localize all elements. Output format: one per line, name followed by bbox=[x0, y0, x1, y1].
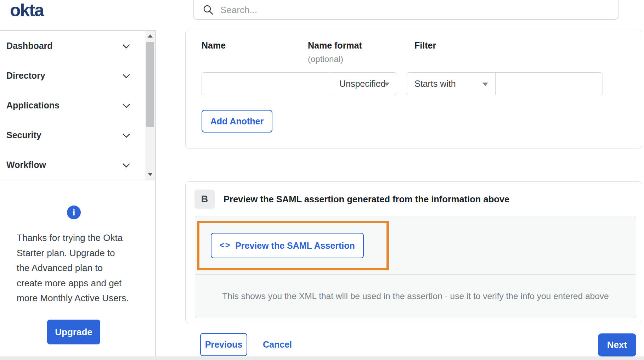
sidebar-nav: Dashboard Directory Applications Securit… bbox=[0, 31, 145, 180]
filter-value-input[interactable] bbox=[495, 72, 603, 95]
chevron-down-icon bbox=[123, 130, 130, 138]
chevron-down-icon bbox=[123, 41, 130, 49]
next-button[interactable]: Next bbox=[598, 333, 636, 356]
upgrade-note-line: the Advanced plan to bbox=[17, 260, 137, 276]
preview-saml-card: B Preview the SAML assertion generated f… bbox=[185, 181, 642, 323]
sidebar-item-applications[interactable]: Applications bbox=[0, 90, 145, 120]
global-search[interactable] bbox=[193, 0, 618, 20]
scroll-up-arrow-icon[interactable] bbox=[148, 34, 153, 38]
chevron-down-icon bbox=[123, 160, 130, 168]
dropdown-caret-icon bbox=[482, 83, 488, 86]
previous-button[interactable]: Previous bbox=[200, 333, 247, 356]
panel-divider bbox=[195, 274, 636, 275]
section-b-badge: B bbox=[194, 190, 215, 209]
preview-panel: <> Preview the SAML Assertion This shows… bbox=[195, 216, 636, 318]
sidebar-item-dashboard[interactable]: Dashboard bbox=[0, 31, 145, 61]
preview-description: This shows you the XML that will be used… bbox=[195, 291, 636, 301]
name-format-optional-label: (optional) bbox=[308, 54, 343, 64]
scrollbar-thumb[interactable] bbox=[146, 42, 154, 127]
info-icon: i bbox=[67, 206, 81, 219]
sidebar-item-security[interactable]: Security bbox=[0, 120, 145, 150]
annotation-highlight-box bbox=[197, 221, 389, 270]
okta-logo: okta bbox=[10, 0, 44, 21]
name-input[interactable] bbox=[202, 72, 332, 95]
dropdown-caret-icon bbox=[384, 83, 390, 86]
upgrade-note: Thanks for trying the Okta Starter plan.… bbox=[17, 230, 137, 306]
add-another-button[interactable]: Add Another bbox=[202, 110, 272, 133]
sidebar-item-label: Applications bbox=[6, 100, 60, 111]
attribute-form-card: Name Name format (optional) Filter Unspe… bbox=[185, 30, 642, 148]
sidebar-item-workflow[interactable]: Workflow bbox=[0, 150, 145, 180]
section-b-title: Preview the SAML assertion generated fro… bbox=[224, 190, 509, 209]
upgrade-button[interactable]: Upgrade bbox=[47, 320, 100, 344]
filter-op-value: Starts with bbox=[414, 79, 456, 89]
cancel-link[interactable]: Cancel bbox=[263, 333, 292, 356]
filter-label: Filter bbox=[414, 40, 436, 51]
name-format-select[interactable]: Unspecified bbox=[331, 72, 397, 95]
sidebar-right-divider bbox=[155, 30, 156, 356]
upgrade-note-line: Thanks for trying the Okta bbox=[17, 230, 137, 246]
sidebar-item-label: Dashboard bbox=[6, 41, 53, 51]
search-input[interactable] bbox=[220, 4, 592, 16]
sidebar-item-label: Security bbox=[6, 130, 41, 140]
upgrade-note-line: more Monthly Active Users. bbox=[17, 291, 137, 306]
sidebar-item-label: Directory bbox=[6, 71, 45, 81]
upgrade-note-line: Starter plan. Upgrade to bbox=[17, 246, 137, 261]
sidebar-bottom-divider bbox=[0, 180, 156, 180]
scroll-down-arrow-icon[interactable] bbox=[148, 173, 153, 176]
name-format-value: Unspecified bbox=[339, 79, 386, 89]
sidebar-scrollbar[interactable] bbox=[145, 31, 155, 180]
chevron-down-icon bbox=[123, 71, 130, 78]
name-label: Name bbox=[202, 40, 226, 51]
sidebar-item-label: Workflow bbox=[6, 160, 46, 170]
filter-op-select[interactable]: Starts with bbox=[406, 72, 496, 95]
search-icon bbox=[203, 4, 214, 16]
chevron-down-icon bbox=[123, 101, 130, 108]
bottom-page-edge bbox=[0, 356, 644, 360]
name-format-label: Name format bbox=[308, 40, 362, 51]
upgrade-note-line: create more apps and get bbox=[17, 276, 137, 291]
sidebar-item-directory[interactable]: Directory bbox=[0, 61, 145, 90]
okta-admin-console: okta Dashboard Directory Applications Se… bbox=[0, 0, 644, 360]
